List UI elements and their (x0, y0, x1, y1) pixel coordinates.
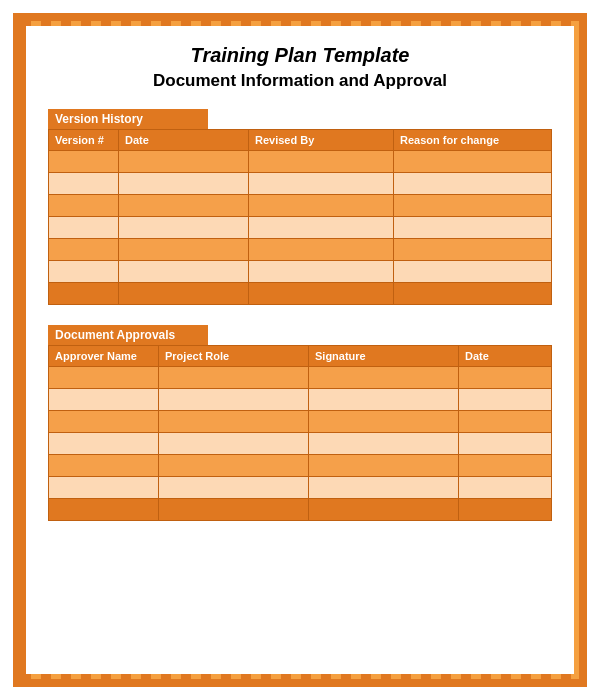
table-row[interactable] (49, 217, 119, 239)
table-row[interactable] (309, 389, 459, 411)
version-col-header-1: Version # (49, 130, 119, 151)
table-row[interactable] (159, 499, 309, 521)
table-row[interactable] (249, 261, 394, 283)
main-title: Training Plan Template (48, 44, 552, 67)
table-row[interactable] (119, 173, 249, 195)
document-approvals-header: Document Approvals (48, 325, 208, 345)
table-row[interactable] (249, 239, 394, 261)
table-row[interactable] (119, 283, 249, 305)
table-row[interactable] (49, 455, 159, 477)
approvals-table: Approver Name Project Role Signature Dat… (48, 345, 552, 521)
version-history-header: Version History (48, 109, 208, 129)
table-row[interactable] (159, 477, 309, 499)
table-row[interactable] (309, 455, 459, 477)
page-border: Training Plan Template Document Informat… (15, 15, 585, 685)
table-row[interactable] (459, 477, 552, 499)
table-row[interactable] (49, 499, 159, 521)
table-row[interactable] (309, 499, 459, 521)
table-row[interactable] (49, 367, 159, 389)
document-approvals-section: Document Approvals Approver Name Project… (48, 325, 552, 521)
table-row[interactable] (49, 151, 119, 173)
table-row[interactable] (49, 173, 119, 195)
table-row[interactable] (119, 151, 249, 173)
table-row[interactable] (49, 477, 159, 499)
table-row[interactable] (49, 261, 119, 283)
table-row[interactable] (309, 367, 459, 389)
table-row[interactable] (49, 389, 159, 411)
table-row[interactable] (49, 433, 159, 455)
version-col-header-4: Reason for change (394, 130, 552, 151)
table-row[interactable] (394, 151, 552, 173)
approvals-col-header-1: Approver Name (49, 346, 159, 367)
table-row[interactable] (459, 411, 552, 433)
page-inner: Training Plan Template Document Informat… (26, 26, 574, 674)
table-row[interactable] (309, 477, 459, 499)
version-history-section: Version History Version # Date Revised B… (48, 109, 552, 305)
table-row[interactable] (249, 283, 394, 305)
table-row[interactable] (394, 195, 552, 217)
table-row[interactable] (49, 411, 159, 433)
table-row[interactable] (309, 411, 459, 433)
table-row[interactable] (249, 151, 394, 173)
table-row[interactable] (159, 411, 309, 433)
table-row[interactable] (459, 499, 552, 521)
table-row[interactable] (394, 217, 552, 239)
table-row[interactable] (309, 433, 459, 455)
table-row[interactable] (459, 433, 552, 455)
table-row[interactable] (159, 455, 309, 477)
table-row[interactable] (159, 433, 309, 455)
table-row[interactable] (459, 389, 552, 411)
table-row[interactable] (394, 283, 552, 305)
version-col-header-2: Date (119, 130, 249, 151)
table-row[interactable] (459, 367, 552, 389)
table-row[interactable] (394, 239, 552, 261)
table-row[interactable] (249, 217, 394, 239)
table-row[interactable] (159, 367, 309, 389)
table-row[interactable] (394, 173, 552, 195)
table-row[interactable] (119, 217, 249, 239)
table-row[interactable] (119, 195, 249, 217)
version-history-table: Version # Date Revised By Reason for cha… (48, 129, 552, 305)
table-row[interactable] (249, 195, 394, 217)
version-col-header-3: Revised By (249, 130, 394, 151)
table-row[interactable] (459, 455, 552, 477)
table-row[interactable] (49, 195, 119, 217)
table-row[interactable] (249, 173, 394, 195)
table-row[interactable] (49, 239, 119, 261)
table-row[interactable] (394, 261, 552, 283)
sub-title: Document Information and Approval (48, 71, 552, 91)
table-row[interactable] (119, 239, 249, 261)
approvals-col-header-2: Project Role (159, 346, 309, 367)
table-row[interactable] (119, 261, 249, 283)
table-row[interactable] (49, 283, 119, 305)
approvals-col-header-3: Signature (309, 346, 459, 367)
approvals-col-header-4: Date (459, 346, 552, 367)
table-row[interactable] (159, 389, 309, 411)
